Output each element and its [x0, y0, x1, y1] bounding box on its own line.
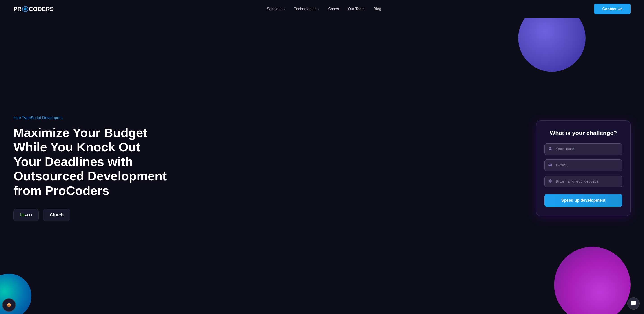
name-input[interactable] — [544, 143, 622, 155]
svg-point-1 — [24, 8, 26, 10]
upwork-badge[interactable]: Upwork — [14, 209, 39, 221]
decorative-circle-purple — [518, 18, 586, 72]
name-field-group — [544, 143, 622, 155]
nav-links: Solutions ▾ Technologies ▾ Cases Our Tea… — [267, 7, 381, 11]
logo-pr-text: PR — [14, 5, 22, 12]
email-field-group — [544, 159, 622, 171]
nav-item-our-team[interactable]: Our Team — [348, 7, 364, 11]
clutch-logo: Clutch — [50, 212, 64, 218]
hero-left-content: Hire TypeScript Developers Maximize Your… — [14, 116, 171, 221]
logo-coders-text: CODERS — [29, 5, 54, 12]
email-input[interactable] — [544, 159, 622, 171]
hero-section: 🍪 Hire TypeScript Developers Maximize Yo… — [0, 18, 644, 314]
email-icon — [548, 163, 552, 168]
chat-icon — [631, 301, 636, 306]
chat-widget-button[interactable] — [627, 298, 640, 310]
chevron-down-icon: ▾ — [318, 8, 319, 10]
nav-item-technologies[interactable]: Technologies ▾ — [294, 7, 319, 11]
navbar: PR CODERS Solutions ▾ Technologies ▾ — [0, 0, 644, 18]
cookie-icon: 🍪 — [7, 303, 11, 307]
hero-right-form: What is your challenge? — [536, 121, 630, 216]
hero-subtitle: Hire TypeScript Developers — [14, 116, 171, 120]
logo[interactable]: PR CODERS — [14, 5, 54, 12]
cookie-consent-icon[interactable]: 🍪 — [2, 298, 16, 312]
badge-list: Upwork Clutch — [14, 209, 171, 221]
challenge-form-card: What is your challenge? — [536, 121, 630, 216]
chevron-down-icon: ▾ — [284, 8, 285, 10]
nav-item-cases[interactable]: Cases — [328, 7, 339, 11]
nav-item-blog[interactable]: Blog — [374, 7, 381, 11]
form-title: What is your challenge? — [544, 130, 622, 137]
decorative-circle-pink — [554, 247, 630, 314]
logo-gear-icon — [22, 6, 28, 12]
nav-item-solutions[interactable]: Solutions ▾ — [267, 7, 285, 11]
upwork-logo: Upwork — [20, 213, 32, 217]
project-input[interactable] — [544, 176, 622, 187]
contact-us-button[interactable]: Contact Us — [594, 3, 630, 14]
project-field-group — [544, 176, 622, 187]
person-icon — [548, 147, 552, 152]
clutch-badge[interactable]: Clutch — [43, 209, 70, 221]
submit-button[interactable]: Speed up development — [544, 194, 622, 207]
gear-icon — [548, 179, 552, 184]
hero-title: Maximize Your Budget While You Knock Out… — [14, 126, 171, 198]
